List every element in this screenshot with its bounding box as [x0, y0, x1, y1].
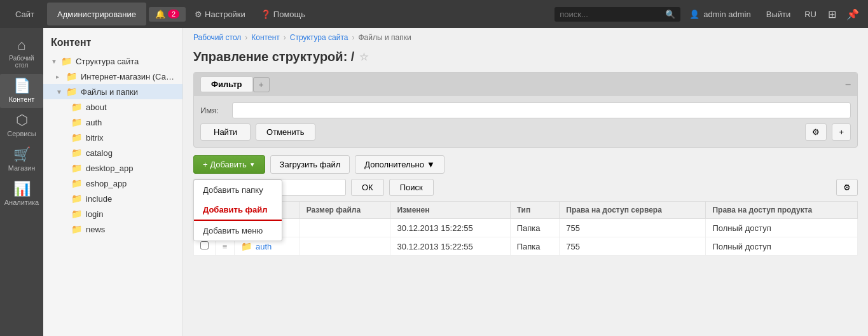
upload-button[interactable]: Загрузить файл — [270, 155, 350, 174]
tree-item-about[interactable]: 📁 about — [43, 99, 183, 115]
tree-arrow: ▼ — [56, 88, 62, 95]
dropdown-add-folder[interactable]: Добавить папку — [194, 180, 282, 200]
sidebar-item-desktop[interactable]: ⌂ Рабочийстол — [0, 33, 43, 74]
file-table: Имя Размер файла Изменен Тип Права на до… — [193, 201, 858, 256]
filter-tab[interactable]: Фильтр — [200, 76, 253, 92]
row-type: Папка — [510, 219, 560, 237]
notifications-button[interactable]: 🔔 2 — [149, 7, 186, 22]
search-row: ОК Поиск ⚙ — [183, 179, 868, 201]
home-icon: ⌂ — [17, 38, 25, 52]
analytics-icon: 📊 — [13, 182, 31, 196]
tree-item-news[interactable]: 📁 news — [43, 221, 183, 237]
sidebar-item-services-label: Сервисы — [7, 130, 36, 137]
search-bar: 🔍 — [555, 7, 680, 22]
folder-icon: 📁 — [61, 56, 72, 66]
page-title: Управление структурой: / ☆ — [183, 47, 868, 72]
tree-title: Контент — [43, 34, 183, 53]
filter-name-input[interactable] — [232, 102, 851, 118]
folder-icon: 📁 — [71, 132, 82, 143]
more-button[interactable]: Дополнительно ▼ — [355, 155, 444, 174]
content-icon: 📄 — [13, 79, 31, 93]
folder-icon: 📁 — [71, 117, 82, 127]
tree-item-auth[interactable]: 📁 auth — [43, 115, 183, 130]
folder-link-auth[interactable]: 📁 auth — [241, 241, 293, 251]
folder-icon: 📁 — [71, 102, 82, 112]
sidebar-item-content-label: Контент — [9, 95, 35, 103]
cancel-button[interactable]: Отменить — [256, 123, 315, 141]
search-button[interactable]: Поиск — [389, 179, 434, 196]
find-button[interactable]: Найти — [200, 123, 251, 141]
tree-item-label: about — [86, 102, 175, 112]
sidebar-item-analytics[interactable]: 📊 Аналитика — [0, 177, 43, 211]
checkbox[interactable] — [200, 241, 209, 249]
toolbar: + Добавить ▼ Загрузить файл Дополнительн… — [183, 155, 868, 179]
nav-icons: ⊞ 📌 — [824, 6, 863, 23]
col-size: Размер файла — [300, 202, 390, 219]
more-arrow-icon: ▼ — [427, 160, 435, 169]
tree-arrow: ▼ — [51, 58, 57, 65]
tree-item-label: include — [86, 194, 175, 204]
tree-item-label: bitrix — [86, 133, 175, 143]
dropdown-add-menu[interactable]: Добавить меню — [194, 221, 282, 241]
folder-icon: 📁 — [71, 178, 82, 188]
row-product-rights: Полный доступ — [706, 219, 858, 237]
breadcrumb-sep: › — [284, 33, 286, 42]
main-panel: Рабочий стол › Контент › Структура сайта… — [183, 28, 868, 336]
tree-item-login[interactable]: 📁 login — [43, 206, 183, 221]
main-layout: ⌂ Рабочийстол 📄 Контент ⬡ Сервисы 🛒 Мага… — [0, 28, 868, 336]
filter-collapse-button[interactable]: − — [845, 79, 851, 90]
col-type: Тип — [510, 202, 560, 219]
folder-icon: 📁 — [71, 209, 82, 219]
sidebar-item-content[interactable]: 📄 Контент — [0, 74, 43, 108]
tab-admin[interactable]: Администрирование — [47, 3, 146, 25]
tree-item-catalog[interactable]: 📁 catalog — [43, 145, 183, 160]
logout-button[interactable]: Выйти — [760, 7, 797, 22]
top-navigation: Сайт Администрирование 🔔 2 ⚙ Настройки ❓… — [0, 0, 868, 28]
filter-actions: Найти Отменить ⚙ + — [200, 123, 851, 141]
tree-item-files-folders[interactable]: ▼ 📁 Файлы и папки — [43, 84, 183, 99]
dropdown-menu: Добавить папку Добавить файл Добавить ме… — [193, 179, 282, 241]
table-settings-button[interactable]: ⚙ — [836, 179, 858, 196]
dropdown-add-file[interactable]: Добавить файл — [194, 200, 282, 221]
settings-button[interactable]: ⚙ Настройки — [188, 7, 252, 22]
filter-add-button[interactable]: + — [253, 77, 270, 92]
filter-body: Имя: Найти Отменить ⚙ + — [194, 96, 857, 147]
row-size — [300, 219, 390, 237]
sidebar-item-analytics-label: Аналитика — [4, 199, 39, 206]
add-button[interactable]: + Добавить ▼ — [193, 155, 265, 174]
star-icon[interactable]: ☆ — [359, 51, 368, 63]
ok-button[interactable]: ОК — [351, 179, 384, 196]
tree-panel: Контент ▼ 📁 Структура сайта ▸ 📁 Интернет… — [43, 28, 183, 336]
services-icon: ⬡ — [16, 113, 28, 127]
tree-item-label: Интернет-магазин (Сайт по — [81, 72, 175, 81]
tree-item-label: catalog — [86, 148, 175, 158]
search-input[interactable] — [560, 10, 661, 19]
tab-site[interactable]: Сайт — [5, 3, 45, 25]
grid-icon[interactable]: ⊞ — [824, 6, 840, 23]
sidebar-item-shop[interactable]: 🛒 Магазин — [0, 143, 43, 177]
user-icon: 👤 — [689, 10, 699, 19]
row-modified: 30.12.2013 15:22:55 — [390, 219, 510, 237]
breadcrumb-desktop[interactable]: Рабочий стол — [193, 33, 241, 42]
filter-header: Фильтр + − — [194, 73, 857, 96]
dropdown-arrow-icon: ▼ — [249, 161, 256, 168]
tree-item-include[interactable]: 📁 include — [43, 191, 183, 206]
help-button[interactable]: ❓ Помощь — [254, 7, 312, 22]
tree-arrow: ▸ — [56, 73, 62, 80]
tree-item-internet-shop[interactable]: ▸ 📁 Интернет-магазин (Сайт по — [43, 69, 183, 84]
user-menu[interactable]: 👤 admin admin — [683, 7, 757, 22]
filter-gear-button[interactable]: ⚙ — [805, 123, 827, 141]
shop-icon: 🛒 — [13, 148, 31, 162]
tree-item-bitrix[interactable]: 📁 bitrix — [43, 130, 183, 145]
tree-item-desktop-app[interactable]: 📁 desktop_app — [43, 160, 183, 176]
breadcrumb-content[interactable]: Контент — [251, 33, 279, 42]
tree-item-eshop-app[interactable]: 📁 eshop_app — [43, 176, 183, 191]
language-selector[interactable]: RU — [799, 7, 822, 22]
help-icon: ❓ — [261, 10, 271, 19]
pin-icon[interactable]: 📌 — [843, 6, 863, 23]
folder-icon: 📁 — [71, 163, 82, 173]
tree-item-site-structure[interactable]: ▼ 📁 Структура сайта — [43, 53, 183, 69]
filter-gear-plus-button[interactable]: + — [832, 123, 851, 141]
sidebar-item-services[interactable]: ⬡ Сервисы — [0, 108, 43, 143]
breadcrumb-structure[interactable]: Структура сайта — [290, 33, 348, 42]
